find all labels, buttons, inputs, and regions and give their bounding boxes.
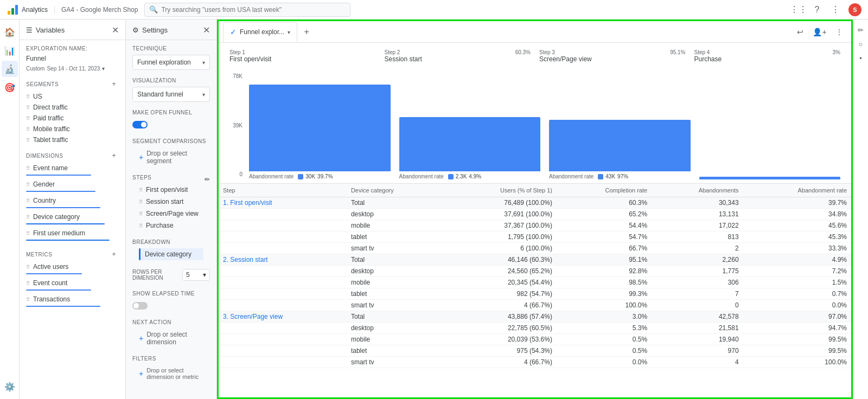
rows-per-dimension-label: ROWS PER DIMENSION [132, 269, 182, 281]
dimension-item[interactable]: ⠿Country [20, 195, 125, 206]
right-sidebar-dot-icon[interactable]: • [855, 52, 867, 64]
technique-label: TECHNIQUE [132, 46, 210, 52]
table-cell-4: 306 [652, 277, 743, 288]
table-header-row: StepDevice categoryUsers (% of Step 1)Co… [219, 184, 851, 197]
date-range: Sep 14 - Oct 11, 2023 [47, 66, 100, 72]
filters-section: FILTERS + Drop or select dimension or me… [126, 350, 216, 384]
segments-section-header: SEGMENTS + [20, 74, 125, 91]
tab-share-icon[interactable]: 👤+ [812, 24, 827, 40]
dimension-item[interactable]: ⠿First user medium [20, 228, 125, 239]
rows-value: 5 [186, 271, 190, 279]
toggle-thumb [141, 122, 146, 127]
dimension-label: First user medium [33, 229, 85, 237]
nav-target-icon[interactable]: 🎯 [2, 79, 18, 95]
apps-icon[interactable]: ⋮⋮ [793, 4, 804, 15]
add-metric-button[interactable]: + [109, 249, 119, 259]
variables-panel-header: ☰ Variables ✕ [20, 20, 125, 40]
funnel-tab[interactable]: ✓ Funnel explor... ▾ [223, 22, 297, 42]
settings-panel-close[interactable]: ✕ [203, 25, 210, 35]
abandon-count: 30K [305, 173, 315, 179]
right-sidebar-circle-icon[interactable]: ○ [855, 38, 867, 50]
dimension-item[interactable]: ⠿Device category [20, 211, 125, 222]
breakdown-item[interactable]: Device category [139, 248, 203, 260]
table-cell-5: 0.0% [743, 300, 851, 311]
nav-explore-icon[interactable]: 🔬 [2, 61, 18, 77]
add-segment-button[interactable]: + [109, 79, 119, 89]
tab-more-icon[interactable]: ⋮ [832, 24, 847, 40]
table-cell-5: 45.3% [743, 231, 851, 243]
date-section[interactable]: Custom Sep 14 - Oct 11, 2023 ▾ [20, 63, 125, 74]
segment-item[interactable]: ⠿Paid traffic [20, 113, 125, 124]
more-icon[interactable]: ⋮ [830, 4, 841, 15]
technique-dropdown[interactable]: Funnel exploration ▾ [132, 55, 210, 70]
nav-bar-icon[interactable]: 📊 [2, 42, 18, 59]
table-cell-3: 65.2% [557, 209, 652, 220]
funnel-bar-4 [699, 177, 841, 179]
dimension-bar-wrap [20, 206, 125, 211]
dimension-item[interactable]: ⠿Event name [20, 163, 125, 173]
rows-arrow: ▾ [203, 271, 206, 279]
step-item[interactable]: ⠿Session start [132, 196, 210, 208]
step-item[interactable]: ⠿Purchase [132, 220, 210, 231]
account-name: GA4 - Google Merch Shop [54, 6, 138, 14]
dimension-bar [26, 207, 100, 208]
drop-segment-button[interactable]: + Drop or select segment [132, 147, 210, 167]
table-cell-2: 4 (66.7%) [443, 357, 557, 368]
table-cell-2: 20,039 (53.6%) [443, 334, 557, 345]
step-drag-icon: ⠿ [139, 199, 143, 205]
nav-settings-icon[interactable]: ⚙️ [2, 378, 18, 395]
steps-edit-icon[interactable]: ✏ [205, 176, 210, 183]
funnel-abandon-info: Abandonment rate 43K 97% [549, 173, 691, 179]
y-axis-top: 78K [225, 73, 242, 79]
segment-item[interactable]: ⠿Direct traffic [20, 102, 125, 113]
segment-item[interactable]: ⠿Tablet traffic [20, 134, 125, 145]
table-cell-4: 2,260 [652, 254, 743, 266]
table-cell-3: 0.5% [557, 334, 652, 345]
table-cell-4: 19,940 [652, 334, 743, 345]
dimension-item[interactable]: ⠿Gender [20, 179, 125, 190]
step-item[interactable]: ⠿Screen/Page view [132, 208, 210, 220]
funnel-bar-col-3: Abandonment rate 43K 97% [545, 71, 695, 179]
step-drag-icon: ⠿ [139, 211, 143, 217]
user-avatar[interactable]: S [848, 3, 861, 16]
table-cell-3: 98.5% [557, 277, 652, 288]
segment-item[interactable]: ⠿US [20, 91, 125, 102]
add-dimension-button[interactable]: + [109, 151, 119, 160]
svg-rect-0 [8, 11, 10, 15]
drop-dimension-button[interactable]: + Drop or select dimension [132, 329, 210, 348]
step-drag-icon: ⠿ [139, 223, 143, 229]
table-cell-1: desktop [347, 323, 443, 334]
right-sidebar-pencil-icon[interactable]: ✏ [855, 24, 867, 36]
y-axis-mid: 39K [225, 123, 242, 128]
variables-panel-close[interactable]: ✕ [112, 25, 119, 35]
metric-item[interactable]: ⠿Transactions [20, 294, 125, 305]
table-cell-0: 1. First open/visit [219, 197, 347, 209]
step-item[interactable]: ⠿First open/visit [132, 184, 210, 196]
table-cell-2: 22,785 (60.5%) [443, 323, 557, 334]
metric-item[interactable]: ⠿Event count [20, 278, 125, 288]
drag-icon: ⠿ [26, 126, 30, 132]
technique-section: TECHNIQUE Funnel exploration ▾ [126, 40, 216, 72]
open-funnel-toggle[interactable] [132, 121, 148, 128]
search-input[interactable] [161, 6, 346, 14]
search-bar[interactable]: 🔍 [144, 3, 350, 17]
nav-home-icon[interactable]: 🏠 [2, 24, 18, 40]
dimension-label: Gender [33, 181, 55, 188]
step-pct: 3% [833, 49, 840, 55]
abandon-pct: 97% [617, 173, 628, 179]
app-logo[interactable]: Analytics [7, 4, 48, 16]
metric-item[interactable]: ⠿Active users [20, 261, 125, 272]
rows-per-dimension-input[interactable]: 5 ▾ [182, 269, 210, 281]
drop-filter-button[interactable]: + Drop or select dimension or metric [132, 365, 210, 382]
visualization-dropdown[interactable]: Standard funnel ▾ [132, 87, 210, 102]
table-cell-1: Total [347, 197, 443, 209]
help-icon[interactable]: ? [812, 4, 822, 15]
tab-dropdown-icon: ▾ [288, 29, 290, 35]
metric-label: Event count [33, 279, 67, 287]
table-cell-2: 4 (66.7%) [443, 300, 557, 311]
segment-item[interactable]: ⠿Mobile traffic [20, 124, 125, 134]
settings-icon: ⚙ [132, 26, 139, 34]
add-tab-button[interactable]: + [299, 25, 314, 39]
tab-save-icon[interactable]: ↩ [793, 24, 808, 40]
elapsed-time-toggle[interactable] [132, 302, 148, 310]
